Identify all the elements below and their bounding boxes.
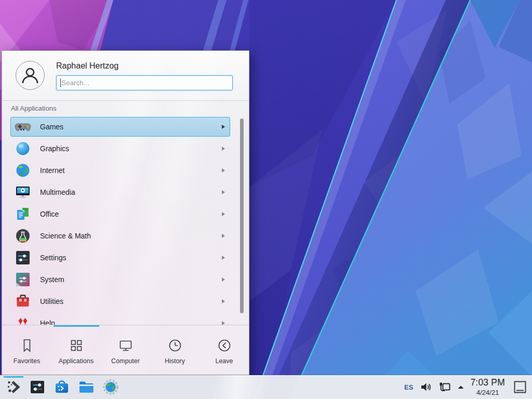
file-manager-icon[interactable] bbox=[78, 379, 95, 395]
submenu-arrow-icon bbox=[222, 212, 225, 216]
volume-icon[interactable] bbox=[419, 380, 433, 394]
user-icon bbox=[19, 64, 41, 86]
discover-icon[interactable] bbox=[54, 379, 70, 395]
flask-icon bbox=[15, 228, 31, 244]
list-scrollbar[interactable] bbox=[240, 118, 244, 313]
submenu-arrow-icon bbox=[222, 299, 225, 303]
expand-tray-icon[interactable] bbox=[457, 383, 465, 391]
submenu-arrow-icon bbox=[222, 147, 225, 151]
user-name: Raphael Hertzog bbox=[56, 61, 118, 71]
launcher-header: Raphael Hertzog bbox=[2, 51, 249, 101]
category-multimedia[interactable]: Multimedia bbox=[10, 182, 230, 202]
category-office[interactable]: Office bbox=[10, 204, 230, 224]
system-settings-icon[interactable] bbox=[29, 379, 46, 395]
bookmark-icon bbox=[19, 338, 35, 353]
documents-icon bbox=[15, 206, 31, 222]
system-tray: ES bbox=[403, 380, 465, 394]
globe-icon bbox=[15, 162, 31, 179]
category-list: Games Graphics bbox=[2, 114, 249, 325]
active-tab-indicator bbox=[54, 325, 99, 327]
category-utilities[interactable]: Utilities bbox=[10, 291, 230, 311]
submenu-arrow-icon bbox=[222, 190, 225, 194]
clock-date: 4/24/21 bbox=[476, 389, 499, 396]
category-settings[interactable]: Settings bbox=[10, 248, 230, 268]
submenu-arrow-icon bbox=[222, 234, 225, 238]
search-input[interactable] bbox=[56, 75, 233, 90]
text-caret bbox=[60, 78, 61, 87]
gamepad-icon bbox=[15, 118, 31, 135]
wired-network-icon[interactable] bbox=[438, 380, 451, 394]
grid-icon bbox=[69, 338, 84, 353]
show-desktop-icon bbox=[513, 380, 527, 394]
help-icon bbox=[15, 315, 31, 325]
pinned-apps bbox=[29, 379, 119, 395]
sliders-dark-icon bbox=[15, 249, 31, 266]
leave-icon bbox=[217, 338, 232, 353]
show-desktop-button[interactable] bbox=[512, 379, 528, 395]
digital-clock[interactable]: 7:03 PM 4/24/21 bbox=[470, 378, 505, 396]
submenu-arrow-icon bbox=[222, 256, 225, 260]
tab-computer[interactable]: Computer bbox=[101, 325, 150, 375]
category-graphics[interactable]: Graphics bbox=[10, 139, 230, 158]
tab-leave[interactable]: Leave bbox=[200, 325, 249, 375]
category-science-math[interactable]: Science & Math bbox=[10, 226, 230, 246]
tab-applications[interactable]: Applications bbox=[51, 325, 101, 375]
submenu-arrow-icon bbox=[222, 321, 225, 325]
taskbar: ES 7:03 PM 4/24/21 bbox=[0, 375, 532, 399]
tab-history[interactable]: History bbox=[150, 325, 200, 375]
clock-time: 7:03 PM bbox=[470, 378, 505, 388]
web-browser-icon[interactable] bbox=[102, 379, 119, 395]
keyboard-layout-indicator[interactable]: ES bbox=[403, 383, 414, 391]
active-task-indicator bbox=[4, 376, 23, 378]
kde-launcher-icon bbox=[6, 380, 21, 394]
category-internet[interactable]: Internet bbox=[10, 161, 230, 180]
launcher-tab-bar: Favorites Applications Computer bbox=[2, 325, 249, 375]
submenu-arrow-icon bbox=[222, 277, 225, 282]
sliders-gradient-icon bbox=[15, 271, 31, 288]
application-launcher-popup: Raphael Hertzog All Applications Games bbox=[2, 50, 249, 375]
category-system[interactable]: System bbox=[10, 270, 230, 289]
search-field-wrap bbox=[56, 75, 233, 90]
monitor-icon bbox=[118, 338, 134, 353]
submenu-arrow-icon bbox=[222, 125, 225, 129]
tab-favorites[interactable]: Favorites bbox=[2, 325, 51, 375]
monitor-play-icon bbox=[15, 184, 31, 201]
toolbox-icon bbox=[15, 293, 31, 310]
category-help[interactable]: Help bbox=[10, 313, 230, 325]
clock-icon bbox=[167, 338, 183, 353]
user-avatar[interactable] bbox=[16, 61, 45, 90]
application-launcher-button[interactable] bbox=[3, 375, 24, 399]
category-games[interactable]: Games bbox=[10, 117, 230, 137]
graphics-sphere-icon bbox=[15, 140, 31, 157]
submenu-arrow-icon bbox=[222, 168, 225, 172]
section-label: All Applications bbox=[11, 104, 56, 112]
